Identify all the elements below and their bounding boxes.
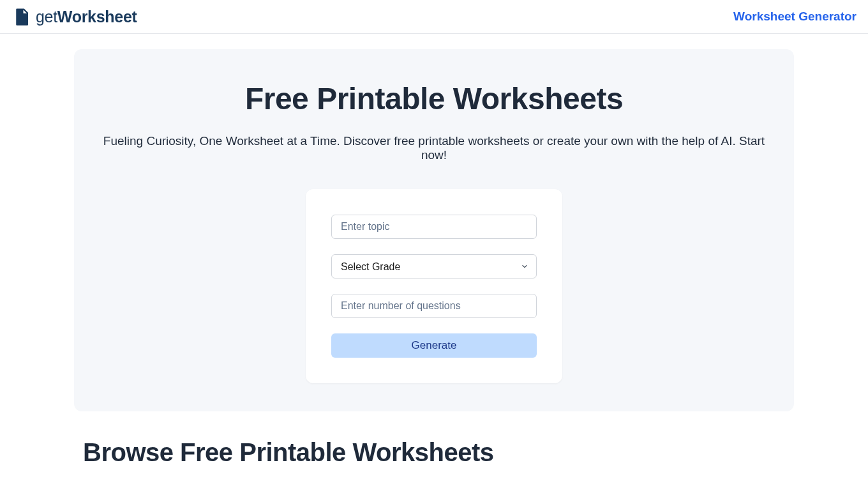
- browse-section: Browse Free Printable Worksheets 🌻 All A…: [83, 438, 785, 488]
- browse-title: Browse Free Printable Worksheets: [83, 438, 785, 467]
- logo-text-worksheet: Worksheet: [57, 8, 137, 26]
- header: getWorksheet Worksheet Generator: [0, 0, 868, 34]
- page-title: Free Printable Worksheets: [100, 81, 768, 116]
- generator-form: Select Grade Generate: [306, 189, 562, 383]
- worksheet-generator-link[interactable]: Worksheet Generator: [733, 10, 857, 24]
- logo-text-get: get: [36, 8, 57, 26]
- logo-text: getWorksheet: [36, 8, 137, 26]
- topic-input[interactable]: [331, 215, 537, 239]
- questions-input[interactable]: [331, 294, 537, 318]
- document-icon: [11, 7, 32, 26]
- grade-select[interactable]: Select Grade: [331, 254, 537, 278]
- hero-section: Free Printable Worksheets Fueling Curios…: [74, 49, 794, 411]
- generate-button[interactable]: Generate: [331, 333, 537, 358]
- page-subtitle: Fueling Curiosity, One Worksheet at a Ti…: [100, 134, 768, 162]
- logo[interactable]: getWorksheet: [11, 7, 137, 26]
- grade-select-wrap: Select Grade: [331, 254, 537, 278]
